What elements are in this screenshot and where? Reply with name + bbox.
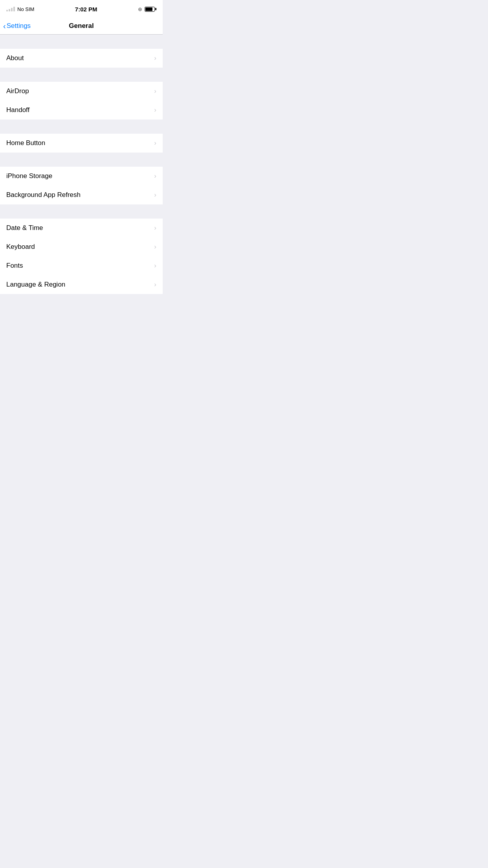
fonts-label: Fonts [6,262,23,270]
section-gap-4 [0,204,163,219]
page-title: General [69,22,94,30]
language-region-label: Language & Region [6,281,65,289]
iphone-storage-label: iPhone Storage [6,172,52,180]
keyboard-label: Keyboard [6,243,35,251]
orientation-lock-icon: ⊕ [138,6,142,12]
date-lang-section: Date & Time › Keyboard › Fonts › Languag… [0,219,163,294]
language-region-item[interactable]: Language & Region › [0,275,163,294]
handoff-chevron-icon: › [154,106,156,114]
airdrop-chevron-icon: › [154,87,156,95]
home-button-section: Home Button › [0,134,163,153]
home-button-chevron-icon: › [154,139,156,147]
fonts-item[interactable]: Fonts › [0,256,163,275]
airdrop-handoff-section: AirDrop › Handoff › [0,82,163,120]
signal-icon [6,7,15,11]
status-bar: No SIM 7:02 PM ⊕ [0,0,163,17]
fonts-chevron-icon: › [154,262,156,270]
carrier-label: No SIM [17,6,34,12]
status-left: No SIM [6,6,34,12]
keyboard-item[interactable]: Keyboard › [0,237,163,256]
keyboard-chevron-icon: › [154,243,156,251]
date-time-item[interactable]: Date & Time › [0,219,163,237]
background-app-refresh-item[interactable]: Background App Refresh › [0,186,163,204]
section-gap-2 [0,120,163,134]
date-time-label: Date & Time [6,224,43,232]
background-app-refresh-chevron-icon: › [154,191,156,199]
airdrop-item[interactable]: AirDrop › [0,82,163,101]
nav-bar: ‹ Settings General [0,17,163,35]
handoff-item[interactable]: Handoff › [0,101,163,120]
iphone-storage-chevron-icon: › [154,172,156,180]
about-chevron-icon: › [154,54,156,62]
about-section: About › [0,49,163,68]
iphone-storage-item[interactable]: iPhone Storage › [0,167,163,186]
back-chevron-icon: ‹ [3,22,6,30]
back-label: Settings [7,22,31,30]
language-region-chevron-icon: › [154,281,156,289]
airdrop-label: AirDrop [6,87,29,95]
section-gap-3 [0,153,163,167]
date-time-chevron-icon: › [154,224,156,232]
back-button[interactable]: ‹ Settings [3,22,31,30]
section-gap-top [0,35,163,49]
section-gap-1 [0,68,163,82]
about-item[interactable]: About › [0,49,163,68]
status-time: 7:02 PM [75,6,97,13]
handoff-label: Handoff [6,106,29,114]
home-button-label: Home Button [6,139,45,147]
home-button-item[interactable]: Home Button › [0,134,163,153]
storage-section: iPhone Storage › Background App Refresh … [0,167,163,204]
settings-content: About › AirDrop › Handoff › Home Button … [0,35,163,294]
status-right: ⊕ [138,6,156,12]
about-label: About [6,54,24,62]
background-app-refresh-label: Background App Refresh [6,191,81,199]
battery-icon [145,7,156,12]
